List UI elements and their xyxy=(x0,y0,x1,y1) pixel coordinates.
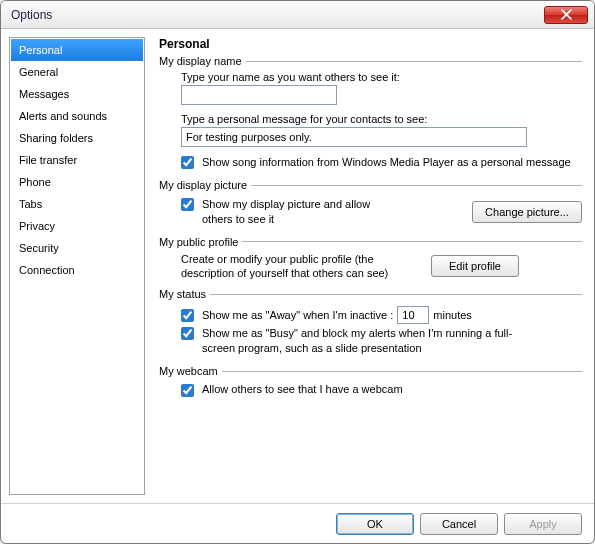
group-display-picture: My display picture Show my display pictu… xyxy=(159,179,582,230)
group-public-profile-legend: My public profile xyxy=(159,236,242,248)
sidebar-item-label: Sharing folders xyxy=(19,132,93,144)
away-label-post: minutes xyxy=(433,309,472,321)
sidebar-item-label: Messages xyxy=(19,88,69,100)
category-sidebar: PersonalGeneralMessagesAlerts and sounds… xyxy=(9,37,145,495)
sidebar-item-privacy[interactable]: Privacy xyxy=(11,215,143,237)
group-display-name: My display name Type your name as you wa… xyxy=(159,55,582,173)
sidebar-item-label: Connection xyxy=(19,264,75,276)
sidebar-item-label: Security xyxy=(19,242,59,254)
edit-profile-button[interactable]: Edit profile xyxy=(431,255,519,277)
group-status: My status Show me as "Away" when I'm ina… xyxy=(159,288,582,359)
sidebar-item-personal[interactable]: Personal xyxy=(11,39,143,61)
close-button[interactable] xyxy=(544,6,588,24)
away-label-pre: Show me as "Away" when I'm inactive : xyxy=(202,309,393,321)
options-window: Options PersonalGeneralMessagesAlerts an… xyxy=(0,0,595,544)
window-title: Options xyxy=(11,8,544,22)
change-picture-button[interactable]: Change picture... xyxy=(472,201,582,223)
group-status-legend: My status xyxy=(159,288,210,300)
cancel-button[interactable]: Cancel xyxy=(420,513,498,535)
page-heading: Personal xyxy=(159,37,582,51)
public-profile-desc: Create or modify your public profile (th… xyxy=(181,252,421,281)
sidebar-item-file-transfer[interactable]: File transfer xyxy=(11,149,143,171)
sidebar-item-messages[interactable]: Messages xyxy=(11,83,143,105)
personal-message-input[interactable] xyxy=(181,127,527,147)
apply-button[interactable]: Apply xyxy=(504,513,582,535)
sidebar-item-label: File transfer xyxy=(19,154,77,166)
sidebar-item-label: Personal xyxy=(19,44,62,56)
group-display-picture-legend: My display picture xyxy=(159,179,251,191)
show-picture-label: Show my display picture and allow others… xyxy=(202,197,402,226)
titlebar: Options xyxy=(1,1,594,29)
sidebar-item-sharing-folders[interactable]: Sharing folders xyxy=(11,127,143,149)
away-checkbox[interactable] xyxy=(181,309,194,322)
sidebar-item-alerts-and-sounds[interactable]: Alerts and sounds xyxy=(11,105,143,127)
sidebar-item-security[interactable]: Security xyxy=(11,237,143,259)
display-name-input[interactable] xyxy=(181,85,337,105)
webcam-checkbox[interactable] xyxy=(181,384,194,397)
sidebar-item-general[interactable]: General xyxy=(11,61,143,83)
sidebar-item-label: Tabs xyxy=(19,198,42,210)
close-icon xyxy=(561,9,572,20)
group-public-profile: My public profile Create or modify your … xyxy=(159,236,582,283)
sidebar-item-tabs[interactable]: Tabs xyxy=(11,193,143,215)
group-webcam: My webcam Allow others to see that I hav… xyxy=(159,365,582,401)
personal-message-prompt: Type a personal message for your contact… xyxy=(181,113,582,125)
dialog-footer: OK Cancel Apply xyxy=(1,503,594,543)
display-name-prompt: Type your name as you want others to see… xyxy=(181,71,582,83)
sidebar-item-label: General xyxy=(19,66,58,78)
group-display-name-legend: My display name xyxy=(159,55,246,67)
webcam-label: Allow others to see that I have a webcam xyxy=(202,383,403,395)
show-picture-checkbox[interactable] xyxy=(181,198,194,211)
sidebar-item-label: Phone xyxy=(19,176,51,188)
show-song-label: Show song information from Windows Media… xyxy=(202,155,571,169)
show-song-checkbox[interactable] xyxy=(181,156,194,169)
ok-button[interactable]: OK xyxy=(336,513,414,535)
group-webcam-legend: My webcam xyxy=(159,365,222,377)
sidebar-item-label: Alerts and sounds xyxy=(19,110,107,122)
sidebar-item-connection[interactable]: Connection xyxy=(11,259,143,281)
content-pane: Personal My display name Type your name … xyxy=(151,37,586,495)
away-minutes-input[interactable] xyxy=(397,306,429,324)
busy-label: Show me as "Busy" and block my alerts wh… xyxy=(202,326,542,355)
busy-checkbox[interactable] xyxy=(181,327,194,340)
sidebar-item-label: Privacy xyxy=(19,220,55,232)
dialog-body: PersonalGeneralMessagesAlerts and sounds… xyxy=(1,29,594,503)
sidebar-item-phone[interactable]: Phone xyxy=(11,171,143,193)
